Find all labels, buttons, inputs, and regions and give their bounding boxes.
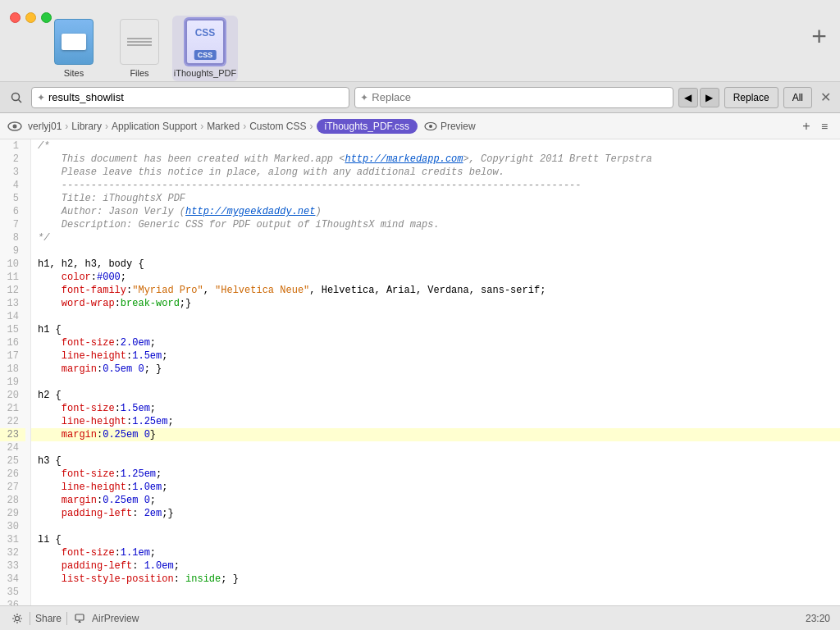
add-breadcrumb-button[interactable]: +	[797, 117, 815, 135]
line-number: 15	[0, 323, 25, 336]
code-line[interactable]: Please leave this notice in place, along…	[31, 166, 840, 179]
code-line[interactable]: This document has been created with Mark…	[31, 153, 840, 166]
code-line[interactable]: font-size:1.5em;	[31, 402, 840, 415]
svg-point-6	[16, 616, 20, 620]
minimize-button[interactable]	[25, 12, 36, 23]
code-line[interactable]	[31, 599, 840, 605]
code-line[interactable]: padding-left: 2em;}	[31, 507, 840, 520]
line-number: 35	[0, 586, 25, 599]
code-line[interactable]	[31, 376, 840, 389]
line-number: 16	[0, 336, 25, 349]
code-line[interactable]: list-style-position: inside; }	[31, 573, 840, 586]
line-number: 18	[0, 363, 25, 376]
line-number: 3	[0, 166, 25, 179]
code-line[interactable]: margin:0.25em 0;	[31, 494, 840, 507]
replace-input[interactable]	[372, 91, 667, 103]
line-number: 12	[0, 284, 25, 297]
code-content[interactable]: /* This document has been created with M…	[31, 139, 840, 605]
replace-button[interactable]: Replace	[724, 87, 778, 108]
line-number: 7	[0, 218, 25, 231]
breadcrumb-application-support[interactable]: Application Support	[112, 121, 197, 132]
code-line[interactable]: h3 {	[31, 454, 840, 468]
code-line[interactable]: /*	[31, 139, 840, 153]
code-line[interactable]: Author: Jason Verly (http://mygeekdaddy.…	[31, 205, 840, 218]
share-label[interactable]: Share	[35, 613, 62, 624]
code-line[interactable]: word-wrap:break-word;}	[31, 297, 840, 310]
code-line[interactable]: li {	[31, 533, 840, 546]
all-button[interactable]: All	[783, 87, 812, 108]
sites-icon	[54, 19, 94, 65]
code-line[interactable]: Title: iThoughtsX PDF	[31, 192, 840, 205]
line-number: 34	[0, 573, 25, 586]
breadcrumb-bar: verlyj01 › Library › Application Support…	[0, 113, 840, 139]
code-line[interactable]: margin:0.25em 0}	[31, 428, 840, 441]
breadcrumb-library[interactable]: Library	[71, 121, 102, 132]
gear-icon[interactable]	[10, 611, 25, 626]
line-number: 5	[0, 192, 25, 205]
line-number: 8	[0, 231, 25, 244]
code-line[interactable]	[31, 310, 840, 323]
code-line[interactable]: font-size:2.0em;	[31, 336, 840, 349]
search-star-icon: ✦	[37, 92, 45, 103]
code-line[interactable]: h2 {	[31, 389, 840, 402]
search-input[interactable]	[48, 91, 344, 103]
code-line[interactable]: h1 {	[31, 323, 840, 336]
file-tabs: Sites Files CSS CSS iThoughts_PDF	[41, 0, 238, 81]
close-button[interactable]	[10, 12, 21, 23]
css-icon-wrapper: CSS CSS	[185, 19, 225, 65]
close-search-button[interactable]: ✕	[817, 89, 833, 106]
airplay-icon[interactable]	[72, 611, 87, 626]
prev-button[interactable]: ◀	[678, 88, 698, 107]
code-line[interactable]	[31, 586, 840, 599]
line-number: 10	[0, 258, 25, 271]
breadcrumb-marked[interactable]: Marked	[207, 121, 240, 132]
css-file-icon: CSS CSS	[185, 19, 225, 65]
line-number: 31	[0, 533, 25, 546]
eye-icon[interactable]	[7, 118, 23, 135]
line-number: 19	[0, 376, 25, 389]
code-line[interactable]: line-height:1.25em;	[31, 415, 840, 428]
menu-button[interactable]: ≡	[815, 117, 833, 135]
line-number: 1	[0, 139, 25, 153]
line-number: 36	[0, 599, 25, 605]
search-icon[interactable]	[7, 88, 26, 107]
code-line[interactable]	[31, 244, 840, 258]
breadcrumb-active-file[interactable]: iThoughts_PDF.css	[317, 119, 418, 134]
code-line[interactable]: font-size:1.25em;	[31, 468, 840, 481]
code-line[interactable]: */	[31, 231, 840, 244]
code-line[interactable]: color:#000;	[31, 271, 840, 284]
tab-sites[interactable]: Sites	[41, 16, 107, 81]
css-label: iThoughts_PDF	[174, 68, 236, 78]
code-line[interactable]: Description: Generic CSS for PDF output …	[31, 218, 840, 231]
line-number: 32	[0, 546, 25, 559]
cursor-position: 23:20	[806, 613, 830, 624]
code-line[interactable]: line-height:1.0em;	[31, 481, 840, 494]
editor-area: 1234567891011121314151617181920212223242…	[0, 139, 840, 605]
tab-css[interactable]: CSS CSS iThoughts_PDF	[172, 16, 238, 81]
tab-files[interactable]: Files	[107, 16, 172, 81]
line-number: 25	[0, 454, 25, 468]
breadcrumb-custom-css[interactable]: Custom CSS	[249, 121, 306, 132]
css-badge: CSS	[194, 50, 217, 60]
airpreview-label[interactable]: AirPreview	[92, 613, 139, 624]
code-line[interactable]	[31, 441, 840, 454]
status-bar-left: Share AirPreview	[10, 611, 799, 626]
maximize-button[interactable]	[41, 12, 52, 23]
add-file-button[interactable]: +	[811, 23, 827, 49]
code-line[interactable]: font-family:"Myriad Pro", "Helvetica Neu…	[31, 284, 840, 297]
svg-line-1	[19, 99, 22, 103]
next-button[interactable]: ▶	[700, 88, 719, 107]
code-line[interactable]: line-height:1.5em;	[31, 349, 840, 363]
code-line[interactable]: font-size:1.1em;	[31, 546, 840, 559]
code-line[interactable]: h1, h2, h3, body {	[31, 258, 840, 271]
code-line[interactable]	[31, 520, 840, 533]
code-line[interactable]: ----------------------------------------…	[31, 179, 840, 192]
code-line[interactable]: margin:0.5em 0; }	[31, 363, 840, 376]
breadcrumb-preview[interactable]: Preview	[424, 121, 476, 132]
breadcrumb-verlyj01[interactable]: verlyj01	[28, 121, 62, 132]
line-number: 27	[0, 481, 25, 494]
line-number: 6	[0, 205, 25, 218]
line-number: 30	[0, 520, 25, 533]
status-divider-1	[30, 612, 30, 625]
code-line[interactable]: padding-left: 1.0em;	[31, 559, 840, 573]
